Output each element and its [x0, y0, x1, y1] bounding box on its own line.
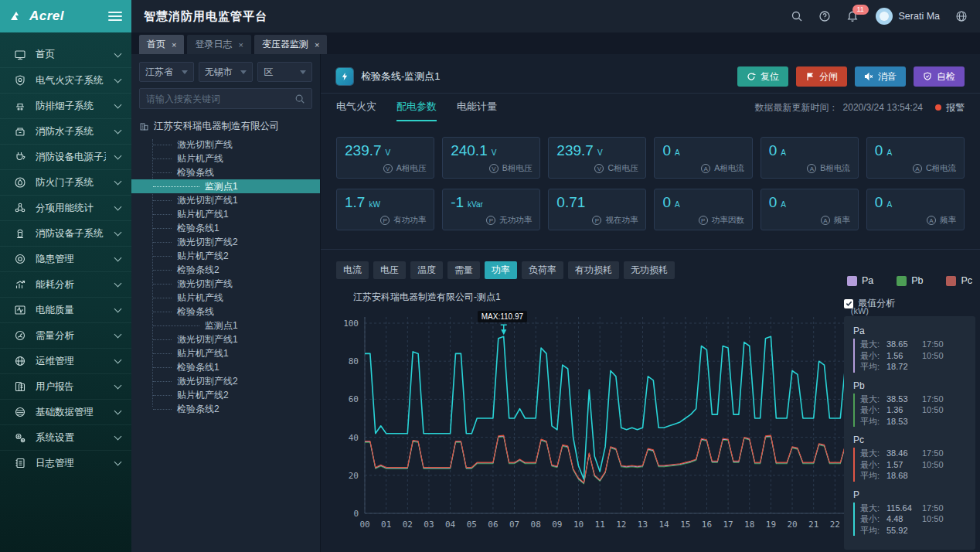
legend-item-pb[interactable]: Pb — [897, 275, 923, 286]
tree-item[interactable]: 激光切割产线2 — [139, 235, 312, 249]
select-value: 江苏省 — [145, 66, 182, 79]
sidebar-item-fire-water[interactable]: 消防水子系统 — [0, 118, 131, 144]
city-select[interactable]: 无锡市 — [199, 62, 254, 82]
device-title: 检验条线-监测点1 — [361, 70, 441, 83]
sidebar-item-demand-analysis[interactable]: 需量分析 — [0, 322, 131, 348]
metric-value: -1 — [451, 194, 464, 210]
tree-item-label: 检验条线1 — [177, 222, 219, 235]
tree-item[interactable]: 激光切割产线1 — [139, 193, 312, 207]
reset-button[interactable]: 复位 — [737, 66, 788, 87]
metric-badge-icon: V — [594, 164, 604, 173]
province-select[interactable]: 江苏省 — [139, 62, 194, 82]
tree-item[interactable]: 贴片机产线1 — [139, 207, 312, 221]
alarm-label[interactable]: 报警 — [946, 101, 965, 114]
help-icon[interactable] — [818, 10, 831, 22]
sidebar-item-log-mgmt[interactable]: 日志管理 — [0, 450, 131, 475]
tree-item[interactable]: 贴片机产线 — [139, 152, 312, 165]
tree-item[interactable]: 检验条线1 — [139, 221, 312, 235]
sidebar-item-label: 消防水子系统 — [36, 125, 106, 138]
tree-item-selected[interactable]: 监测点1 — [131, 179, 320, 193]
user-name[interactable]: Serati Ma — [899, 11, 941, 22]
sidebar-item-electrical-fire[interactable]: 电气火灾子系统 — [0, 67, 131, 93]
hamburger-icon[interactable] — [108, 12, 122, 21]
language-globe-icon[interactable] — [955, 10, 968, 22]
tree-company-node[interactable]: 江苏安科瑞电器制造有限公司 — [139, 120, 312, 133]
sidebar-item-energy-analysis[interactable]: 能耗分析 — [0, 271, 131, 297]
legend-item-pa[interactable]: Pa — [847, 275, 873, 286]
tree-item[interactable]: 检验条线 — [139, 305, 312, 319]
search-input[interactable] — [146, 94, 294, 104]
tree-item[interactable]: 激光切割产线 — [139, 138, 312, 152]
chart-tab-reactive-loss[interactable]: 无功损耗 — [624, 261, 675, 279]
metric-card: 0AAA相电流 — [654, 137, 752, 179]
caret-down-icon — [240, 70, 247, 74]
chart-tab-power[interactable]: 功率 — [485, 261, 517, 279]
svg-text:19: 19 — [766, 520, 776, 530]
tab-electrical-fire[interactable]: 电气火灾 — [336, 94, 376, 121]
max-analysis-toggle[interactable]: 最值分析 — [844, 297, 975, 310]
sidebar-item-energy-stats[interactable]: 分项用能统计 — [0, 195, 131, 220]
sidebar-item-fire-door[interactable]: 防火门子系统 — [0, 169, 131, 195]
sidebar-item-base-data[interactable]: 基础数据管理 — [0, 399, 131, 424]
breaker-open-button[interactable]: 分闸 — [796, 66, 847, 87]
metric-label: 频率 — [834, 215, 850, 226]
sidebar-item-system-settings[interactable]: 系统设置 — [0, 424, 131, 450]
tree-item[interactable]: 贴片机产线 — [139, 291, 312, 305]
tab-energy-metering[interactable]: 电能计量 — [457, 94, 497, 121]
chart-tab-current[interactable]: 电流 — [336, 261, 369, 279]
legend-item-pc[interactable]: Pc — [946, 275, 972, 286]
sidebar-item-hazard-mgmt[interactable]: 隐患管理 — [0, 246, 131, 271]
chart-tab-voltage[interactable]: 电压 — [373, 261, 406, 279]
tree-item[interactable]: 贴片机产线2 — [139, 388, 312, 402]
sidebar-item-home[interactable]: 首页 — [0, 42, 131, 67]
tab-transformer-monitor[interactable]: 变压器监测 — [254, 35, 327, 54]
main-panel: 检验条线-监测点1 复位 分闸 消音 自检 电气火灾 配电参数 电能计量 数据最… — [321, 54, 980, 552]
tree-item[interactable]: 检验条线2 — [139, 263, 312, 277]
metric-value: 239.7 — [556, 142, 594, 158]
tab-close-icon[interactable] — [238, 40, 243, 49]
tab-login-log[interactable]: 登录日志 — [187, 35, 250, 54]
avatar[interactable] — [876, 8, 893, 25]
chart-tab-temperature[interactable]: 温度 — [410, 261, 443, 279]
tab-distribution-params[interactable]: 配电参数 — [396, 94, 437, 121]
tree-item[interactable]: 贴片机产线2 — [139, 249, 312, 263]
tree-item[interactable]: 激光切割产线2 — [139, 374, 312, 388]
checkbox-checked-icon[interactable] — [844, 299, 853, 308]
chart-tab-active-loss[interactable]: 有功损耗 — [568, 261, 619, 279]
chart-tab-load-rate[interactable]: 负荷率 — [522, 261, 563, 279]
tree-guide — [153, 200, 172, 201]
chart-tab-demand[interactable]: 需量 — [447, 261, 480, 279]
update-time-label: 数据最新更新时间： — [755, 101, 839, 114]
caret-down-icon — [182, 70, 188, 74]
search-icon[interactable] — [294, 94, 305, 104]
tree-item[interactable]: 监测点1 — [139, 319, 312, 332]
sidebar-item-ops-mgmt[interactable]: 运维管理 — [0, 348, 131, 373]
sidebar-item-power-quality[interactable]: 电能质量 — [0, 297, 131, 322]
district-select[interactable]: 区 — [257, 62, 312, 82]
svg-text:80: 80 — [349, 356, 359, 366]
reset-icon — [747, 72, 756, 81]
tree-item[interactable]: 激光切割产线 — [139, 277, 312, 291]
sidebar-item-smoke-control[interactable]: 防排烟子系统 — [0, 93, 131, 118]
mute-button[interactable]: 消音 — [855, 66, 906, 87]
tree-item[interactable]: 检验条线1 — [139, 360, 312, 374]
sidebar-item-fire-power[interactable]: 消防设备电源子系统 — [0, 144, 131, 169]
tree-item[interactable]: 检验条线2 — [139, 402, 312, 416]
tree-item[interactable]: 激光切割产线1 — [139, 332, 312, 346]
sidebar-item-label: 防排烟子系统 — [36, 100, 106, 113]
bell-icon[interactable]: 11 — [846, 10, 859, 22]
tab-close-icon[interactable] — [315, 40, 319, 49]
tab-close-icon[interactable] — [172, 40, 176, 49]
sidebar-item-fire-equipment[interactable]: 消防设备子系统 — [0, 220, 131, 246]
tree-item-label: 贴片机产线 — [177, 152, 223, 165]
self-check-button[interactable]: 自检 — [914, 66, 965, 87]
metric-unit: V — [492, 148, 497, 157]
search-icon[interactable] — [791, 10, 803, 22]
metric-value: 0 — [769, 142, 778, 158]
tree-item-label: 检验条线 — [177, 305, 214, 319]
power-chart[interactable]: 0204060801000001020304050607080910111213… — [332, 305, 873, 537]
sidebar-item-user-report[interactable]: 用户报告 — [0, 373, 131, 399]
tree-item[interactable]: 检验条线 — [139, 165, 312, 179]
tree-item[interactable]: 贴片机产线1 — [139, 346, 312, 360]
tab-home[interactable]: 首页 — [139, 35, 184, 54]
